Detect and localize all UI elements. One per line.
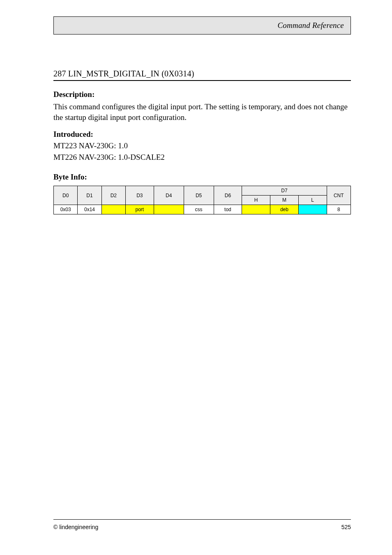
col-d6: D6 bbox=[214, 186, 242, 205]
page-header: Command Reference bbox=[53, 16, 351, 35]
byteinfo-header-row: D0 D1 D2 D3 D4 D5 D6 D7 CNT bbox=[54, 186, 351, 196]
cell-d7m: deb bbox=[270, 205, 299, 214]
col-d7-h: H bbox=[242, 196, 270, 205]
cell-d7h bbox=[242, 205, 270, 214]
introduced-line-1: MT226 NAV-230G: 1.0-DSCALE2 bbox=[53, 153, 351, 162]
col-d5: D5 bbox=[184, 186, 214, 205]
col-d7-l: L bbox=[298, 196, 327, 205]
byteinfo-data-row: 0x03 0x14 port css tod deb 8 bbox=[54, 205, 351, 214]
col-d7: D7 bbox=[242, 186, 327, 196]
col-d4: D4 bbox=[154, 186, 184, 205]
col-d0: D0 bbox=[54, 186, 78, 205]
description-label: Description: bbox=[53, 90, 351, 99]
col-cnt: CNT bbox=[327, 186, 350, 205]
cell-d6: tod bbox=[214, 205, 242, 214]
col-d3: D3 bbox=[125, 186, 154, 205]
section-title: 287 LIN_MSTR_DIGITAL_IN (0X0314) bbox=[53, 69, 351, 81]
cell-d5: css bbox=[184, 205, 214, 214]
col-d7-m: M bbox=[270, 196, 299, 205]
cell-d3: port bbox=[125, 205, 154, 214]
page: Command Reference 287 LIN_MSTR_DIGITAL_I… bbox=[0, 0, 392, 555]
cell-d7l bbox=[298, 205, 327, 214]
footer-right: 525 bbox=[341, 524, 351, 530]
byteinfo-table: D0 D1 D2 D3 D4 D5 D6 D7 CNT H M L 0x03 0… bbox=[53, 186, 351, 214]
page-footer: © lindengineering 525 bbox=[53, 519, 351, 530]
cell-d4 bbox=[154, 205, 184, 214]
cell-d1: 0x14 bbox=[78, 205, 101, 214]
cell-cnt: 8 bbox=[327, 205, 350, 214]
byteinfo-label: Byte Info: bbox=[53, 173, 351, 182]
col-d1: D1 bbox=[78, 186, 101, 205]
cell-d0: 0x03 bbox=[54, 205, 78, 214]
introduced-label: Introduced: bbox=[53, 130, 351, 139]
description-text: This command configures the digital inpu… bbox=[53, 101, 351, 122]
page-header-title: Command Reference bbox=[277, 21, 344, 30]
footer-left: © lindengineering bbox=[53, 524, 98, 530]
introduced-line-0: MT223 NAV-230G: 1.0 bbox=[53, 141, 351, 150]
cell-d2 bbox=[101, 205, 125, 214]
col-d2: D2 bbox=[101, 186, 125, 205]
